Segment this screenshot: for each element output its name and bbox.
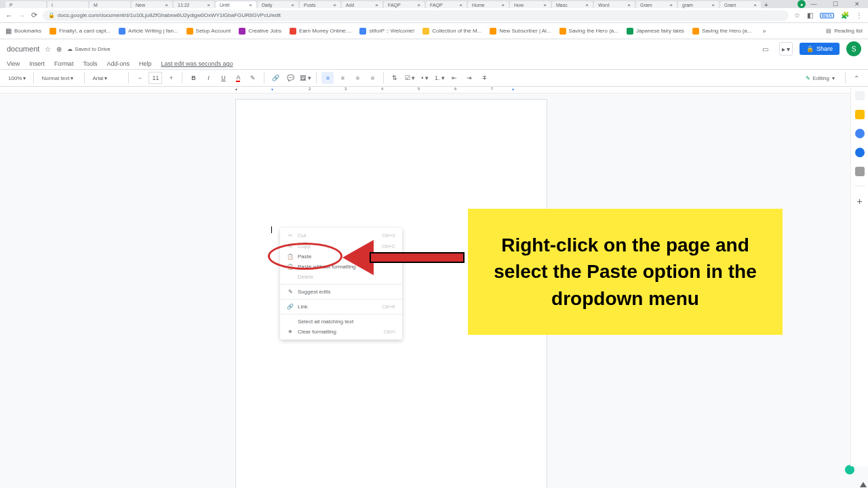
browser-tab[interactable]: Daily×	[258, 1, 298, 8]
star-icon[interactable]: ☆	[45, 45, 51, 53]
image-button[interactable]: 🖼 ▾	[299, 72, 311, 84]
star-icon[interactable]: ☆	[794, 12, 800, 19]
browser-tab-active[interactable]: Untit×	[216, 1, 256, 8]
move-icon[interactable]: ⊕	[56, 45, 62, 53]
bulleted-list-button[interactable]: • ▾	[418, 72, 431, 84]
font-increase[interactable]: +	[165, 72, 177, 84]
ctx-paste-no-format[interactable]: 📋Paste without formatting	[280, 262, 402, 272]
calendar-icon[interactable]	[855, 91, 865, 100]
doc-title[interactable]: document	[7, 45, 39, 53]
align-center-button[interactable]: ≡	[336, 72, 349, 84]
zoom-select[interactable]: 100% ▾	[5, 75, 28, 81]
ctx-copy[interactable]: ⧉CopyCtrl+C	[280, 241, 402, 251]
collapse-toolbar-button[interactable]: ⌃	[850, 72, 863, 84]
ctx-link[interactable]: 🔗LinkCtrl+K	[280, 302, 402, 312]
font-decrease[interactable]: −	[134, 72, 146, 84]
maps-icon[interactable]	[855, 167, 865, 176]
menu-format[interactable]: Format	[54, 60, 74, 67]
menu-icon[interactable]: ⋮	[856, 12, 863, 19]
browser-tab[interactable]: How×	[510, 1, 551, 8]
extensions-icon[interactable]: 🧩	[841, 12, 849, 19]
highlight-button[interactable]: ✎	[247, 72, 259, 84]
ctx-cut[interactable]: ✂CutCtrl+X	[280, 230, 402, 241]
grammarly-icon[interactable]	[845, 465, 854, 474]
indent-increase-button[interactable]: ⇥	[463, 72, 475, 84]
url-input[interactable]: 🔒 docs.google.com/document/d/1o10Ljo8ZfG…	[43, 10, 789, 21]
present-icon[interactable]: ▸ ▾	[779, 42, 793, 56]
browser-tab[interactable]: P	[5, 1, 46, 8]
browser-tab[interactable]: M	[90, 1, 130, 8]
reload-icon[interactable]: ⟳	[31, 11, 37, 20]
bookmark-item[interactable]: Finally!, a card capt...	[50, 28, 111, 35]
bookmark-item[interactable]: Article Writing | fan...	[119, 28, 178, 35]
browser-tab[interactable]: gram×	[678, 1, 719, 8]
comment-history-icon[interactable]: ▭	[759, 42, 772, 56]
font-select[interactable]: Arial ▾	[90, 75, 123, 81]
bookmark-item[interactable]: Creative Jobs	[239, 28, 281, 35]
bookmark-item[interactable]: Saving the Hero (a...	[559, 28, 618, 35]
browser-tab[interactable]: Add×	[342, 1, 382, 8]
browser-tab[interactable]: 11:22×	[174, 1, 214, 8]
bold-button[interactable]: B	[187, 72, 199, 84]
browser-tab[interactable]: FAQP×	[426, 1, 467, 8]
browser-tab[interactable]: Home×	[468, 1, 509, 8]
menu-insert[interactable]: Insert	[29, 60, 45, 67]
minimize-icon[interactable]: —	[807, 0, 821, 8]
close-icon[interactable]: ✕	[850, 0, 864, 8]
align-left-button[interactable]: ≡	[321, 72, 334, 84]
chrome-profile-icon[interactable]: ●	[797, 0, 806, 8]
browser-tab[interactable]: Gram×	[636, 1, 677, 8]
browser-tab[interactable]: Posts×	[300, 1, 340, 8]
browser-tab[interactable]: Masc×	[552, 1, 593, 8]
add-addon-icon[interactable]: +	[856, 196, 862, 207]
ctx-suggest[interactable]: ✎Suggest edits	[280, 287, 402, 297]
checklist-button[interactable]: ☑ ▾	[403, 72, 416, 84]
menu-addons[interactable]: Add-ons	[106, 60, 130, 67]
bookmark-item[interactable]: Saving the Hero (a...	[692, 28, 751, 35]
editing-mode-button[interactable]: ✎Editing ▾	[800, 74, 840, 83]
ruler[interactable]: ▾ ▾ 2 3 4 5 6 7 ▾	[0, 87, 868, 94]
ctx-clear-format[interactable]: TClear formattingCtrl+\	[280, 327, 402, 337]
new-tab-button[interactable]: +	[762, 1, 770, 8]
contacts-icon[interactable]	[855, 148, 865, 157]
align-right-button[interactable]: ≡	[351, 72, 363, 84]
bookmark-item[interactable]: Japanese fairy tales	[627, 28, 684, 35]
style-select[interactable]: Normal text ▾	[39, 75, 79, 81]
browser-tab[interactable]: New×	[132, 1, 172, 8]
browser-tab[interactable]: FAQP×	[384, 1, 425, 8]
bookmark-item[interactable]: New Subscriber | Al...	[490, 28, 551, 35]
menu-tools[interactable]: Tools	[83, 60, 97, 67]
italic-button[interactable]: I	[202, 72, 214, 84]
forward-icon[interactable]: →	[18, 12, 26, 20]
bookmark-item[interactable]: stiforP :: Welcome!	[359, 28, 414, 35]
ctx-select-matching[interactable]: Select all matching text	[280, 317, 402, 327]
numbered-list-button[interactable]: 1. ▾	[433, 72, 446, 84]
text-color-button[interactable]: A	[232, 72, 244, 84]
bookmark-item[interactable]: Collection of the M...	[422, 28, 481, 35]
ctx-paste[interactable]: 📋Paste	[280, 251, 402, 262]
explore-button[interactable]	[860, 482, 867, 488]
browser-tab[interactable]: Gram×	[720, 1, 761, 8]
keep-icon[interactable]	[855, 110, 865, 119]
link-button[interactable]: 🔗	[269, 72, 281, 84]
back-icon[interactable]: ←	[5, 12, 13, 20]
underline-button[interactable]: U	[217, 72, 229, 84]
bookmark-item[interactable]: ▦Bookmarks	[5, 27, 41, 35]
browser-tab[interactable]: Word×	[594, 1, 635, 8]
bookmark-item[interactable]: Earn Money Online:...	[290, 28, 351, 35]
clear-format-button[interactable]: T	[478, 72, 490, 84]
bookmark-item[interactable]: Setup Account	[186, 28, 231, 35]
user-avatar[interactable]: S	[846, 41, 861, 56]
bookmarks-overflow[interactable]: »	[762, 28, 766, 35]
reading-list-button[interactable]: ▤Reading list	[826, 28, 863, 34]
share-button[interactable]: 🔒Share	[800, 43, 840, 55]
extension-icon[interactable]: ◧	[807, 12, 813, 19]
browser-tab[interactable]: I	[47, 1, 88, 8]
last-edit-link[interactable]: Last edit was seconds ago	[161, 60, 233, 67]
tasks-icon[interactable]	[855, 129, 865, 138]
ctx-delete[interactable]: Delete	[280, 272, 402, 282]
menu-view[interactable]: View	[7, 60, 20, 67]
indent-decrease-button[interactable]: ⇤	[448, 72, 460, 84]
comment-button[interactable]: 💬	[284, 72, 296, 84]
maximize-icon[interactable]: ☐	[829, 0, 842, 8]
